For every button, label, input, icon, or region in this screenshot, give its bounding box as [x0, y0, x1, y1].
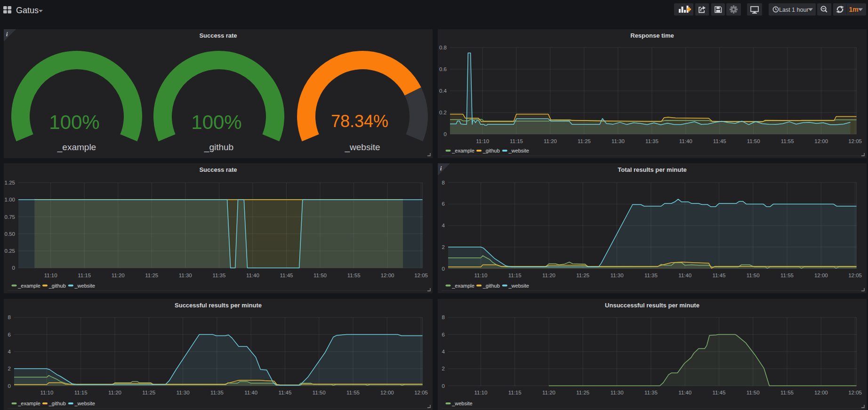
svg-text:11:45: 11:45 [712, 390, 725, 395]
svg-text:11:50: 11:50 [747, 138, 760, 144]
svg-text:_website: _website [451, 401, 472, 406]
svg-text:11:50: 11:50 [313, 390, 326, 395]
svg-text:11:10: 11:10 [474, 273, 487, 278]
svg-text:12:05: 12:05 [414, 390, 428, 395]
svg-text:11:55: 11:55 [346, 390, 360, 395]
svg-text:2: 2 [442, 244, 445, 250]
svg-text:12:00: 12:00 [380, 390, 394, 395]
svg-text:_example: _example [57, 142, 96, 153]
svg-text:11:35: 11:35 [210, 390, 224, 395]
svg-text:_example: _example [451, 283, 474, 289]
svg-text:_example: _example [451, 148, 474, 153]
svg-text:11:20: 11:20 [112, 273, 125, 278]
svg-text:11:40: 11:40 [679, 138, 692, 144]
svg-text:11:55: 11:55 [347, 273, 361, 278]
svg-text:11:30: 11:30 [611, 273, 624, 278]
svg-text:6: 6 [442, 201, 445, 207]
svg-text:8: 8 [442, 314, 445, 320]
svg-text:11:35: 11:35 [645, 138, 659, 144]
svg-text:11:15: 11:15 [78, 273, 91, 278]
svg-text:11:20: 11:20 [544, 138, 557, 144]
svg-text:11:25: 11:25 [576, 390, 589, 395]
svg-text:11:35: 11:35 [644, 273, 658, 278]
svg-text:11:15: 11:15 [508, 273, 522, 278]
svg-text:11:40: 11:40 [246, 273, 259, 278]
svg-text:12:05: 12:05 [848, 138, 862, 144]
svg-text:11:55: 11:55 [781, 138, 794, 144]
svg-text:11:15: 11:15 [74, 390, 88, 395]
svg-text:1.00: 1.00 [5, 197, 15, 202]
svg-text:11:30: 11:30 [179, 273, 192, 278]
svg-text:1m: 1m [849, 6, 859, 13]
svg-text:100%: 100% [191, 111, 241, 133]
svg-text:11:10: 11:10 [474, 390, 487, 395]
svg-text:12:05: 12:05 [414, 273, 428, 278]
svg-text:12:00: 12:00 [814, 273, 828, 278]
svg-text:_website: _website [74, 401, 95, 406]
svg-text:0: 0 [444, 131, 447, 137]
svg-text:11:10: 11:10 [476, 138, 489, 144]
svg-text:8: 8 [8, 314, 11, 320]
svg-text:11:20: 11:20 [542, 273, 555, 278]
svg-text:12:00: 12:00 [814, 138, 828, 144]
svg-text:11:30: 11:30 [611, 138, 625, 144]
svg-text:Last 1 hour: Last 1 hour [779, 7, 809, 13]
svg-text:_example: _example [17, 283, 40, 289]
svg-text:_github: _github [48, 401, 66, 406]
svg-text:11:25: 11:25 [145, 273, 158, 278]
svg-text:6: 6 [8, 332, 11, 338]
svg-text:0.25: 0.25 [5, 248, 15, 254]
svg-text:11:45: 11:45 [712, 273, 725, 278]
svg-text:12:00: 12:00 [814, 390, 828, 395]
svg-text:78.34%: 78.34% [331, 112, 388, 131]
svg-text:0: 0 [12, 265, 15, 271]
svg-text:4: 4 [442, 223, 445, 228]
svg-text:2: 2 [442, 366, 445, 371]
svg-text:0.8: 0.8 [439, 45, 447, 50]
svg-text:1.25: 1.25 [5, 180, 15, 185]
svg-text:_example: _example [17, 401, 40, 406]
svg-text:_website: _website [74, 283, 95, 289]
svg-text:12:05: 12:05 [848, 390, 862, 395]
svg-text:8: 8 [442, 180, 445, 185]
svg-text:11:15: 11:15 [510, 138, 523, 144]
svg-text:11:35: 11:35 [212, 273, 225, 278]
svg-text:11:25: 11:25 [576, 273, 589, 278]
svg-text:4: 4 [442, 349, 445, 354]
svg-text:11:45: 11:45 [278, 390, 291, 395]
svg-text:12:05: 12:05 [848, 273, 862, 278]
svg-text:11:50: 11:50 [747, 273, 760, 278]
svg-text:11:30: 11:30 [611, 390, 624, 395]
svg-text:0: 0 [8, 383, 11, 389]
svg-text:11:45: 11:45 [280, 273, 293, 278]
svg-text:_website: _website [508, 148, 529, 153]
svg-text:11:10: 11:10 [40, 390, 53, 395]
svg-text:11:45: 11:45 [713, 138, 726, 144]
svg-text:12:00: 12:00 [381, 273, 394, 278]
svg-text:0.50: 0.50 [5, 231, 15, 237]
svg-text:2: 2 [8, 366, 11, 371]
svg-text:11:20: 11:20 [542, 390, 555, 395]
svg-text:_github: _github [482, 148, 500, 153]
svg-text:11:30: 11:30 [177, 390, 190, 395]
svg-text:11:40: 11:40 [678, 390, 691, 395]
svg-text:11:40: 11:40 [678, 273, 691, 278]
svg-text:11:55: 11:55 [780, 273, 794, 278]
svg-text:11:10: 11:10 [44, 273, 57, 278]
svg-text:11:55: 11:55 [780, 390, 794, 395]
svg-text:0.4: 0.4 [439, 88, 447, 94]
svg-text:0.75: 0.75 [5, 214, 15, 220]
svg-text:0.2: 0.2 [439, 110, 447, 115]
svg-text:100%: 100% [49, 111, 99, 133]
svg-text:4: 4 [8, 349, 11, 354]
svg-text:0: 0 [442, 266, 445, 272]
svg-text:6: 6 [442, 332, 445, 338]
svg-text:_website: _website [508, 283, 529, 289]
svg-text:0: 0 [442, 383, 445, 389]
svg-text:11:40: 11:40 [244, 390, 257, 395]
svg-text:11:35: 11:35 [644, 390, 658, 395]
svg-text:11:20: 11:20 [108, 390, 121, 395]
svg-text:11:15: 11:15 [508, 390, 522, 395]
svg-text:11:50: 11:50 [747, 390, 760, 395]
svg-text:_github: _github [204, 142, 233, 153]
